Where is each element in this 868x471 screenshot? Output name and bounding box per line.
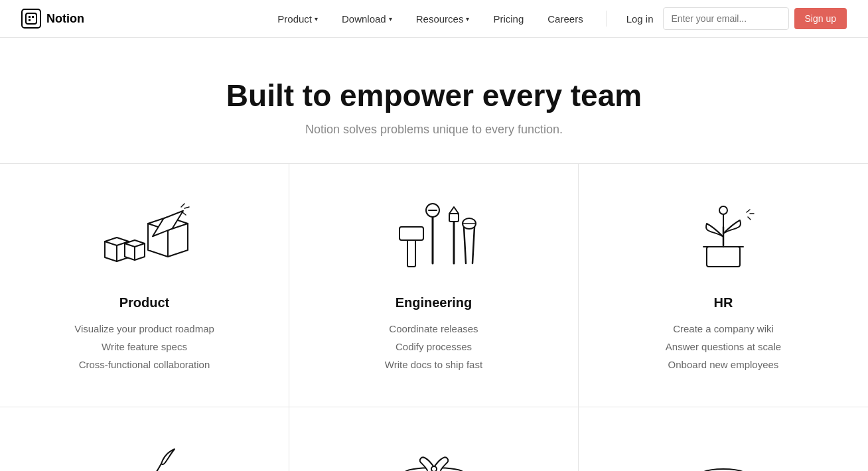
hero-title: Built to empower every team	[13, 78, 855, 113]
svg-point-42	[431, 466, 437, 471]
nav-divider	[606, 11, 607, 27]
chevron-down-icon: ▾	[466, 15, 469, 23]
svg-line-23	[472, 227, 474, 263]
nav-product[interactable]: Product ▾	[265, 0, 330, 38]
logo-text: Notion	[46, 12, 84, 26]
marketing-icon: @	[670, 440, 776, 471]
chevron-down-icon: ▾	[315, 15, 318, 23]
svg-rect-1	[29, 16, 31, 18]
product-title: Product	[119, 295, 170, 310]
grid-cell-design[interactable]: Design	[0, 407, 289, 471]
design-icon	[92, 440, 198, 471]
engineering-title: Engineering	[396, 295, 472, 310]
product-desc: Visualize your product roadmap Write fea…	[74, 320, 214, 373]
email-input[interactable]	[663, 7, 789, 30]
svg-rect-0	[26, 13, 36, 24]
nav-careers[interactable]: Careers	[536, 0, 595, 38]
svg-line-31	[747, 210, 750, 212]
signup-button[interactable]: Sign up	[794, 8, 847, 29]
grid-cell-marketing[interactable]: @ Marketing	[579, 407, 868, 471]
svg-rect-15	[399, 227, 423, 240]
chevron-down-icon: ▾	[389, 15, 392, 23]
grid-cell-sales[interactable]: Sales	[289, 407, 579, 471]
svg-line-12	[184, 207, 189, 208]
svg-rect-14	[407, 237, 415, 267]
hr-desc: Create a company wiki Answer questions a…	[666, 320, 781, 373]
grid-cell-hr[interactable]: HR Create a company wiki Answer question…	[579, 164, 868, 407]
nav-resources[interactable]: Resources ▾	[404, 0, 482, 38]
svg-line-22	[464, 227, 466, 263]
svg-line-33	[748, 217, 751, 220]
svg-rect-2	[32, 16, 34, 18]
svg-rect-26	[707, 247, 740, 267]
engineering-desc: Coordinate releases Codify processes Wri…	[385, 320, 482, 373]
hr-title: HR	[714, 295, 733, 310]
sales-icon	[381, 440, 487, 471]
grid-cell-engineering[interactable]: Engineering Coordinate releases Codify p…	[289, 164, 579, 407]
svg-line-13	[182, 212, 186, 215]
nav-pricing[interactable]: Pricing	[481, 0, 536, 38]
svg-rect-3	[29, 19, 31, 21]
svg-marker-21	[449, 207, 459, 214]
nav-download[interactable]: Download ▾	[330, 0, 404, 38]
team-grid: Product Visualize your product roadmap W…	[0, 163, 868, 471]
engineering-icon	[381, 197, 487, 277]
logo-icon	[21, 9, 41, 29]
product-icon	[92, 197, 198, 277]
logo-link[interactable]: Notion	[21, 9, 84, 29]
svg-line-11	[181, 204, 184, 207]
svg-rect-20	[449, 214, 459, 222]
svg-point-30	[719, 206, 727, 214]
navbar: Notion Product ▾ Download ▾ Resources ▾ …	[0, 0, 868, 38]
nav-links: Product ▾ Download ▾ Resources ▾ Pricing…	[265, 0, 595, 38]
main-content: Built to empower every team Notion solve…	[0, 38, 868, 471]
hr-icon	[670, 197, 776, 277]
hero-subtitle: Notion solves problems unique to every f…	[13, 123, 855, 137]
grid-cell-product[interactable]: Product Visualize your product roadmap W…	[0, 164, 289, 407]
login-button[interactable]: Log in	[617, 0, 663, 38]
hero-section: Built to empower every team Notion solve…	[0, 38, 868, 163]
